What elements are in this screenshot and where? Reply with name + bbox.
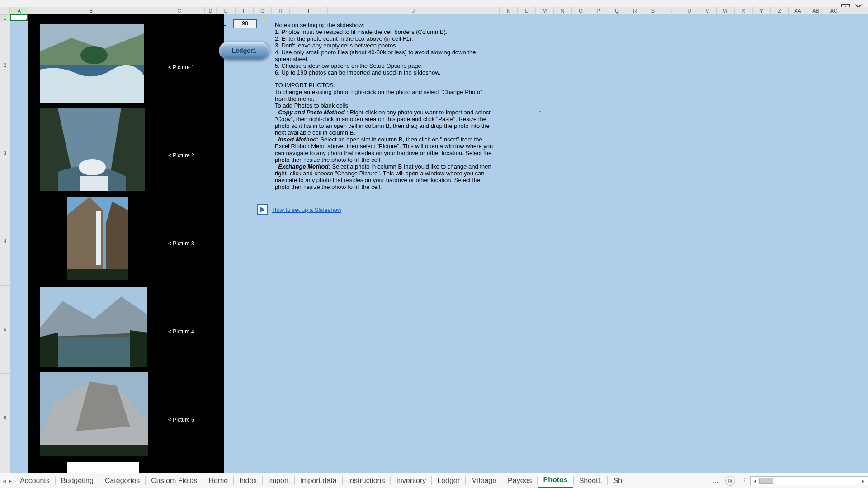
row-2[interactable]: 2	[0, 21, 10, 109]
col-X[interactable]: X	[734, 7, 752, 14]
col-AC[interactable]: AC	[825, 7, 843, 14]
col-B[interactable]: B	[28, 7, 154, 14]
ledger1-button[interactable]: Ledger1	[219, 42, 269, 60]
col-W[interactable]: W	[716, 7, 734, 14]
col-J[interactable]: J	[327, 7, 499, 14]
sheet-tab-photos[interactable]: Photos	[538, 473, 573, 488]
col-K[interactable]: K	[499, 7, 517, 14]
col-A[interactable]: A	[10, 7, 28, 14]
sheet-tab-accounts[interactable]: Accounts	[14, 473, 55, 488]
col-I[interactable]: I	[289, 7, 327, 14]
svg-rect-13	[67, 269, 128, 280]
col-Y[interactable]: Y	[752, 7, 770, 14]
scroll-right-icon[interactable]: ▸	[859, 476, 868, 485]
tab-menu-icon[interactable]: ⋮	[738, 476, 750, 485]
active-cell-A1[interactable]	[10, 14, 28, 21]
horizontal-scrollbar[interactable]: ◂ ▸	[750, 476, 868, 485]
row-6[interactable]: 6	[0, 373, 10, 461]
notes-line: To add Photos to blank cells:	[275, 102, 496, 109]
photo-2[interactable]	[40, 108, 145, 191]
picture-label-5: < Picture 5	[168, 417, 194, 423]
photo-1[interactable]	[40, 24, 144, 103]
scroll-thumb[interactable]	[760, 478, 773, 484]
sheet-tab-budgeting[interactable]: Budgeting	[56, 473, 99, 488]
sheet-tab-index[interactable]: Index	[234, 473, 262, 488]
col-Z[interactable]: Z	[770, 7, 788, 14]
picture-label-4: < Picture 4	[168, 328, 194, 335]
sheet-tab-categories[interactable]: Categories	[99, 473, 145, 488]
notes-line: 4. Use only small photo files (about 40-…	[275, 49, 496, 56]
photo-5[interactable]	[40, 372, 148, 456]
ledger1-label: Ledger1	[232, 47, 256, 54]
col-O[interactable]: O	[571, 7, 590, 14]
sheet-tab-import-data[interactable]: Import data	[295, 473, 342, 488]
notes-block: Notes on setting up the slideshow: 1. Ph…	[275, 22, 496, 190]
stray-quote: "	[539, 110, 541, 115]
col-F[interactable]: F	[235, 7, 253, 14]
sheet-tab-inventory[interactable]: Inventory	[391, 473, 431, 488]
col-M[interactable]: M	[535, 7, 553, 14]
col-S[interactable]: S	[644, 7, 662, 14]
notes-line: 2. Enter the photo count in the box abov…	[275, 35, 496, 42]
col-T[interactable]: T	[662, 7, 680, 14]
add-sheet-button[interactable]: ⊕	[725, 476, 735, 486]
svg-marker-18	[40, 333, 58, 367]
col-Q[interactable]: Q	[608, 7, 626, 14]
col-H[interactable]: H	[271, 7, 289, 14]
sheet-tab-ledger[interactable]: Ledger	[432, 473, 465, 488]
col-L[interactable]: L	[517, 7, 535, 14]
svg-rect-12	[96, 211, 101, 265]
svg-rect-8	[80, 176, 108, 191]
error-indicator-icon[interactable]	[262, 18, 267, 22]
scroll-left-icon[interactable]: ◂	[750, 476, 760, 485]
row-4[interactable]: 4	[0, 197, 10, 285]
sheet-tab-sh[interactable]: Sh	[608, 473, 627, 488]
photo-column	[28, 14, 154, 473]
col-V[interactable]: V	[698, 7, 716, 14]
tab-nav-first-icon[interactable]: ◂	[3, 477, 6, 484]
column-headers: A B C D E F G H I J K L M N O P Q R S T …	[0, 7, 868, 14]
svg-point-7	[79, 159, 106, 175]
photo-3[interactable]	[67, 197, 128, 280]
notes-line: 3. Don't leave any empty cells between p…	[275, 42, 496, 49]
sheet-tab-custom-fields[interactable]: Custom Fields	[146, 473, 203, 488]
photo-6-partial[interactable]	[67, 462, 139, 473]
play-icon[interactable]	[257, 204, 268, 215]
col-P[interactable]: P	[590, 7, 608, 14]
select-all-corner[interactable]	[0, 7, 10, 14]
slideshow-howto-link[interactable]: How to set up a Slideshow	[272, 206, 341, 213]
sheet-tab-sheet1[interactable]: Sheet1	[574, 473, 608, 488]
grid[interactable]: < Picture 1 < Picture 2 < Picture 3 < Pi…	[10, 14, 868, 473]
notes-line: from the menu.	[275, 95, 496, 102]
photo-4[interactable]	[40, 287, 147, 367]
col-C[interactable]: C	[154, 7, 204, 14]
col-AA[interactable]: AA	[788, 7, 807, 14]
tab-nav-next-icon[interactable]: ▸	[9, 477, 12, 484]
import-heading: TO IMPORT PHOTOS:	[275, 82, 496, 89]
tab-overflow-label[interactable]: ...	[709, 477, 722, 485]
col-R[interactable]: R	[626, 7, 644, 14]
sheet-tab-mileage[interactable]: Mileage	[466, 473, 502, 488]
notes-heading: Notes on setting up the slideshow:	[275, 22, 496, 28]
row-5[interactable]: 5	[0, 285, 10, 373]
col-E[interactable]: E	[216, 7, 235, 14]
notes-line: To change an existing photo, right-click…	[275, 89, 496, 95]
notes-line: spreadsheet.	[275, 56, 496, 62]
col-U[interactable]: U	[680, 7, 698, 14]
sheet-tabbar: ◂ ▸ AccountsBudgetingCategoriesCustom Fi…	[0, 473, 868, 488]
col-D[interactable]: D	[204, 7, 216, 14]
col-AB[interactable]: AB	[807, 7, 825, 14]
sheet-tab-import[interactable]: Import	[263, 473, 294, 488]
col-G[interactable]: G	[253, 7, 271, 14]
col-N[interactable]: N	[553, 7, 571, 14]
sheet-tab-payees[interactable]: Payees	[502, 473, 537, 488]
sheet-tab-home[interactable]: Home	[203, 473, 234, 488]
row-3[interactable]: 3	[0, 109, 10, 197]
scroll-track[interactable]	[760, 476, 859, 485]
sheet-tab-instructions[interactable]: Instructions	[343, 473, 391, 488]
notes-line: 5. Choose slideshow options on the Setup…	[275, 62, 496, 69]
svg-marker-19	[130, 330, 147, 367]
row-1[interactable]: 1	[0, 14, 10, 21]
notes-line: Insert Method: Select an open slot in co…	[275, 136, 496, 163]
photo-count-input[interactable]: 98	[233, 19, 257, 28]
